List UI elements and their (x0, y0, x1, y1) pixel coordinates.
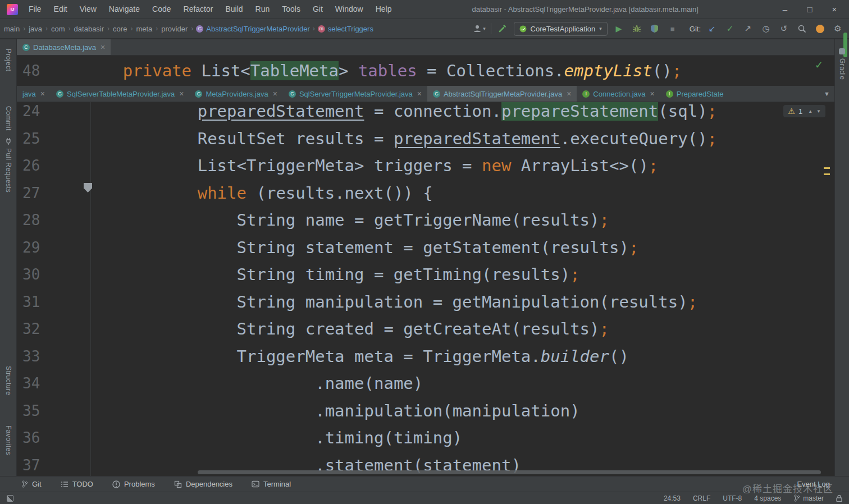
toolwindow-button-git[interactable]: Git (21, 480, 42, 488)
top-editor[interactable]: 48 private List<TableMeta> tables = Coll… (17, 56, 834, 86)
line-number[interactable]: 35 (17, 397, 90, 425)
editor-tab[interactable]: CSqlServerTriggerMetaProvider.java× (283, 86, 427, 102)
close-tab-icon[interactable]: × (101, 43, 105, 52)
menu-item-window[interactable]: Window (329, 0, 369, 19)
gradle-icon (839, 48, 845, 54)
breadcrumb-class[interactable]: CAbstractSqlTriggerMetaProvider (196, 25, 309, 33)
editor-tab[interactable]: CMetaProviders.java× (189, 86, 282, 102)
line-number[interactable]: 25 (17, 125, 90, 153)
toolwindow-button-problems[interactable]: Problems (112, 480, 155, 488)
breadcrumb-item[interactable]: provider (161, 25, 188, 33)
sidebar-item-pull-requests[interactable]: Pull Requests (4, 148, 12, 193)
editor-tab[interactable]: CSqlServerTableMetaProvider.java× (51, 86, 189, 102)
close-tab-icon[interactable]: × (40, 89, 45, 98)
maximize-button[interactable]: □ (797, 0, 822, 19)
sidebar-item-commit[interactable]: Commit (4, 106, 12, 131)
toolwindow-button-todo[interactable]: TODO (61, 480, 93, 488)
code-line: String statement = getStatement(results)… (119, 234, 834, 262)
editor-tab[interactable]: java× (17, 86, 51, 102)
next-warning-icon[interactable]: ▼ (816, 109, 821, 114)
editor-tab[interactable]: IPreparedState (660, 86, 729, 102)
menu-item-git[interactable]: Git (307, 0, 329, 19)
breadcrumb-item[interactable]: com (51, 25, 66, 33)
menu-item-file[interactable]: File (22, 0, 48, 19)
update-project-button[interactable]: ↙ (705, 22, 719, 35)
close-tab-icon[interactable]: × (179, 89, 184, 98)
user-icon[interactable]: ▾ (473, 22, 486, 35)
search-icon[interactable] (795, 22, 809, 35)
line-number[interactable]: 34 (17, 370, 90, 397)
breadcrumb-item[interactable]: core (112, 25, 127, 33)
menu-item-build[interactable]: Build (219, 0, 249, 19)
line-number[interactable]: 29 (17, 234, 90, 262)
editor-code[interactable]: preparedStatement = connection.prepareSt… (91, 102, 834, 476)
breadcrumb-item[interactable]: java (28, 25, 43, 33)
menu-item-run[interactable]: Run (249, 0, 276, 19)
line-number[interactable]: 32 (17, 315, 90, 343)
menu-item-refactor[interactable]: Refactor (177, 0, 220, 19)
line-number[interactable]: 33 (17, 343, 90, 370)
settings-gear-icon[interactable]: ⚙ (831, 22, 845, 35)
menu-item-code[interactable]: Code (146, 0, 177, 19)
editor-tab[interactable]: IConnection.java× (577, 86, 660, 102)
menu-item-view[interactable]: View (74, 0, 103, 19)
commit-button[interactable]: ✓ (723, 22, 737, 35)
editor-tab[interactable]: CAbstractSqlTriggerMetaProvider.java× (427, 86, 577, 102)
push-button[interactable]: ↗ (741, 22, 755, 35)
caret-position[interactable]: 24:53 (664, 494, 681, 502)
line-number[interactable]: 36 (17, 424, 90, 452)
menu-item-edit[interactable]: Edit (48, 0, 74, 19)
close-tab-icon[interactable]: × (567, 89, 571, 98)
line-number[interactable]: 31 (17, 288, 90, 316)
history-clock-icon[interactable]: ◷ (759, 22, 773, 35)
menu-item-navigate[interactable]: Navigate (103, 0, 146, 19)
inspections-ok-icon[interactable]: ✓ (815, 59, 823, 71)
line-ending[interactable]: CRLF (693, 494, 710, 502)
editor-gutter[interactable]: 2425262728293031323334353637 (17, 102, 91, 476)
sidebar-item-project[interactable]: Project (4, 49, 12, 71)
toolwindow-toggle-icon[interactable] (7, 495, 13, 502)
sidebar-item-structure[interactable]: Structure (4, 366, 12, 395)
line-number[interactable]: 27 (17, 180, 90, 207)
horizontal-scrollbar[interactable] (198, 470, 821, 474)
line-number[interactable]: 26 (17, 152, 90, 180)
notification-dot-icon[interactable] (813, 22, 827, 35)
run-button[interactable]: ▶ (612, 22, 626, 35)
menu-item-tools[interactable]: Tools (276, 0, 307, 19)
close-tab-icon[interactable]: × (650, 89, 655, 98)
lock-icon[interactable] (836, 494, 842, 502)
minimize-button[interactable]: – (773, 0, 797, 19)
prev-warning-icon[interactable]: ▲ (808, 109, 813, 114)
coverage-shield-icon[interactable] (648, 22, 661, 35)
breadcrumb-item[interactable]: meta (135, 25, 153, 33)
breadcrumb-item[interactable]: main (3, 25, 20, 33)
close-tab-icon[interactable]: × (417, 89, 422, 98)
encoding[interactable]: UTF-8 (723, 494, 742, 502)
debug-bug-icon[interactable] (630, 22, 643, 35)
close-button[interactable]: × (822, 0, 847, 19)
code-editor[interactable]: 2425262728293031323334353637 preparedSta… (17, 102, 834, 476)
line-number[interactable]: 24 (17, 102, 90, 125)
breadcrumb-item[interactable]: databasir (74, 25, 104, 33)
tab-list-chevron-icon[interactable]: ▼ (819, 86, 834, 102)
line-number[interactable]: 37 (17, 452, 90, 476)
run-config-select[interactable]: CoreTestApplication ▾ (514, 22, 608, 36)
sidebar-item-gradle[interactable]: Gradle (838, 58, 846, 80)
toolwindow-button-terminal[interactable]: Terminal (252, 480, 291, 488)
wrench-icon[interactable] (496, 22, 509, 35)
indent-setting[interactable]: 4 spaces (754, 494, 781, 502)
menu-item-help[interactable]: Help (369, 0, 398, 19)
sidebar-item-favorites[interactable]: Favorites (4, 425, 12, 455)
line-number[interactable]: 48 (17, 56, 84, 86)
inspections-widget[interactable]: ⚠ 1 ▲ ▼ (783, 105, 825, 117)
toolwindow-button-dependencies[interactable]: Dependencies (174, 480, 232, 488)
close-tab-icon[interactable]: × (273, 89, 277, 98)
git-branch-widget[interactable]: master (793, 494, 824, 502)
line-number[interactable]: 28 (17, 207, 90, 234)
editor-tab[interactable]: C DatabaseMeta.java × (17, 39, 111, 55)
line-number[interactable]: 30 (17, 261, 90, 288)
breadcrumb-method[interactable]: mselectTriggers (318, 25, 373, 33)
rollback-icon[interactable]: ↺ (777, 22, 791, 35)
stop-button[interactable]: ■ (666, 22, 679, 35)
plug-icon[interactable] (5, 138, 12, 145)
